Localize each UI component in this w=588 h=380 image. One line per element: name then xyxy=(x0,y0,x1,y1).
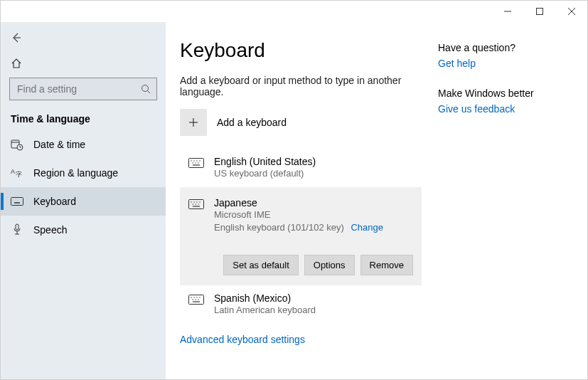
keyboard-title: English (United States) xyxy=(214,156,316,167)
keyboard-icon xyxy=(11,195,23,208)
keyboard-actions: Set as default Options Remove xyxy=(188,255,413,275)
nav-label: Date & time xyxy=(33,139,85,150)
sidebar-item-date-time[interactable]: Date & time xyxy=(1,130,166,159)
add-keyboard-row[interactable]: Add a keyboard xyxy=(180,109,424,136)
search-box[interactable] xyxy=(9,78,157,100)
svg-point-50 xyxy=(195,299,196,300)
feedback-link[interactable]: Give us feedback xyxy=(438,103,566,115)
keyboard-title: Japanese xyxy=(214,197,383,209)
keyboard-sub: Latin American keyboard xyxy=(214,304,316,317)
sidebar: Time & language Date & time A字 Region & … xyxy=(1,22,166,379)
svg-point-40 xyxy=(192,204,193,204)
keyboard-icon xyxy=(188,294,204,305)
sidebar-item-keyboard[interactable]: Keyboard xyxy=(1,187,166,216)
nav-label: Keyboard xyxy=(33,196,76,207)
svg-point-27 xyxy=(191,160,191,161)
close-button[interactable] xyxy=(555,1,587,22)
svg-point-36 xyxy=(191,201,191,202)
keyboard-layout-text: English keyboard (101/102 key) xyxy=(214,222,344,233)
help-heading: Have a question? xyxy=(438,42,566,53)
calendar-clock-icon xyxy=(11,138,23,151)
minimize-button[interactable] xyxy=(491,1,523,22)
add-keyboard-label: Add a keyboard xyxy=(217,117,287,128)
keyboard-title: Spanish (Mexico) xyxy=(214,292,316,304)
nav-label: Region & language xyxy=(33,167,118,179)
svg-rect-35 xyxy=(189,200,204,209)
main: Keyboard Add a keyboard or input method … xyxy=(166,22,587,379)
nav-label: Speech xyxy=(33,224,67,236)
sidebar-section-header: Time & language xyxy=(1,106,166,130)
page-title: Keyboard xyxy=(180,39,424,62)
feedback-heading: Make Windows better xyxy=(438,88,566,99)
svg-rect-44 xyxy=(189,295,204,304)
svg-point-28 xyxy=(193,160,194,161)
plus-icon xyxy=(180,109,207,136)
keyboard-icon xyxy=(188,199,204,210)
svg-point-38 xyxy=(196,201,197,202)
keyboard-item-spanish[interactable]: Spanish (Mexico) Latin American keyboard xyxy=(180,285,424,324)
keyboard-sub: Microsoft IME xyxy=(214,209,383,221)
svg-point-37 xyxy=(193,201,194,202)
language-icon: A字 xyxy=(11,167,23,179)
svg-rect-21 xyxy=(16,224,18,230)
content: Keyboard Add a keyboard or input method … xyxy=(180,39,424,379)
remove-button[interactable]: Remove xyxy=(360,255,413,275)
svg-point-5 xyxy=(142,85,149,92)
svg-rect-1 xyxy=(536,9,542,15)
titlebar xyxy=(1,1,587,22)
svg-point-48 xyxy=(199,297,200,297)
svg-point-49 xyxy=(192,299,193,300)
search-icon xyxy=(141,84,151,94)
aside: Have a question? Get help Make Windows b… xyxy=(438,39,566,379)
svg-line-6 xyxy=(148,91,151,94)
svg-rect-26 xyxy=(189,159,204,168)
microphone-icon xyxy=(11,223,23,236)
options-button[interactable]: Options xyxy=(304,255,355,275)
sidebar-item-speech[interactable]: Speech xyxy=(1,216,166,244)
page-subtitle: Add a keyboard or input method to type i… xyxy=(180,75,424,97)
svg-point-45 xyxy=(191,297,191,297)
keyboard-layout-line: English keyboard (101/102 key) Change xyxy=(214,221,383,234)
app-container: Time & language Date & time A字 Region & … xyxy=(1,22,587,379)
search-input[interactable] xyxy=(16,83,129,95)
svg-point-30 xyxy=(199,160,200,161)
svg-point-33 xyxy=(198,162,198,163)
advanced-settings-link[interactable]: Advanced keyboard settings xyxy=(180,334,305,345)
svg-text:A: A xyxy=(11,168,15,175)
maximize-button[interactable] xyxy=(523,1,555,22)
keyboard-sub: US keyboard (default) xyxy=(214,167,316,180)
home-button[interactable] xyxy=(1,51,166,76)
set-default-button[interactable]: Set as default xyxy=(223,255,299,275)
svg-point-41 xyxy=(195,204,196,204)
svg-point-39 xyxy=(199,201,200,202)
keyboard-icon xyxy=(188,157,204,169)
back-button[interactable] xyxy=(1,25,32,51)
svg-point-31 xyxy=(192,162,193,163)
sidebar-item-region-language[interactable]: A字 Region & language xyxy=(1,159,166,187)
svg-point-51 xyxy=(198,299,198,300)
get-help-link[interactable]: Get help xyxy=(438,58,566,69)
keyboard-item-japanese[interactable]: Japanese Microsoft IME English keyboard … xyxy=(180,187,422,285)
svg-rect-14 xyxy=(11,198,23,206)
change-link[interactable]: Change xyxy=(351,222,383,233)
svg-text:字: 字 xyxy=(16,171,22,178)
search-wrap xyxy=(9,78,157,100)
svg-point-29 xyxy=(196,160,197,161)
svg-point-42 xyxy=(198,204,198,204)
keyboard-item-english[interactable]: English (United States) US keyboard (def… xyxy=(180,149,424,187)
svg-point-32 xyxy=(195,162,196,163)
svg-point-47 xyxy=(196,297,197,297)
svg-point-46 xyxy=(193,297,194,297)
